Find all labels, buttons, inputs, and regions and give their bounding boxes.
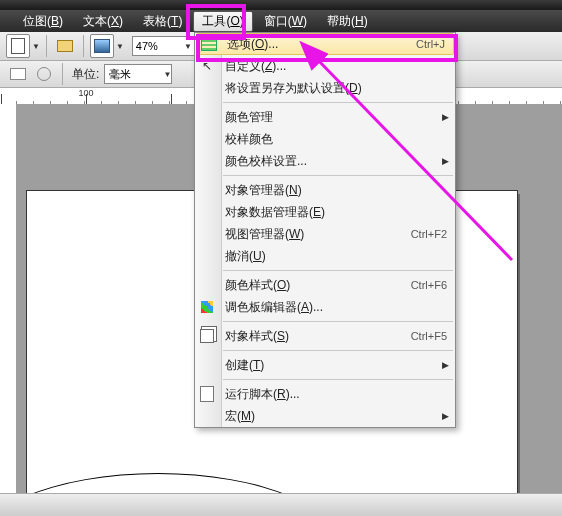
menu-item-label: 调色板编辑器(A)... (225, 299, 447, 316)
menu-item-label: 对象管理器(N) (225, 182, 447, 199)
menu-item-shortcut: Ctrl+F5 (411, 330, 447, 342)
script-icon (199, 386, 215, 402)
separator (46, 35, 47, 57)
target-icon (37, 67, 51, 81)
menu-item[interactable]: 颜色校样设置...▶ (195, 150, 455, 172)
unit-label: 单位: (72, 66, 99, 83)
menu-item-label: 运行脚本(R)... (225, 386, 447, 403)
chevron-down-icon[interactable]: ▼ (116, 42, 124, 51)
menu-item-label: 颜色校样设置... (225, 153, 447, 170)
menu-item[interactable]: ↖自定义(Z)... (195, 55, 455, 77)
submenu-arrow-icon: ▶ (442, 156, 449, 166)
menu-x[interactable]: 文本(X) (74, 11, 132, 32)
menu-item[interactable]: 创建(T)▶ (195, 354, 455, 376)
menu-b[interactable]: 位图(B) (14, 11, 72, 32)
menu-item[interactable]: 对象数据管理器(E) (195, 201, 455, 223)
menu-item-shortcut: Ctrl+F2 (411, 228, 447, 240)
separator (62, 63, 63, 85)
menu-item-shortcut: Ctrl+F6 (411, 279, 447, 291)
menu-item-label: 自定义(Z)... (225, 58, 447, 75)
open-button[interactable] (53, 34, 77, 58)
menu-item-label: 颜色样式(O) (225, 277, 411, 294)
menu-item[interactable]: 调色板编辑器(A)... (195, 296, 455, 318)
menu-item[interactable]: 对象管理器(N) (195, 179, 455, 201)
menu-separator (223, 270, 453, 271)
folder-icon (57, 40, 73, 52)
menu-separator (223, 321, 453, 322)
stack-icon (199, 328, 215, 344)
separator (83, 35, 84, 57)
submenu-arrow-icon: ▶ (442, 360, 449, 370)
menu-item[interactable]: 校样颜色 (195, 128, 455, 150)
submenu-arrow-icon: ▶ (442, 411, 449, 421)
menu-item-label: 校样颜色 (225, 131, 447, 148)
tools-menu-dropdown: 选项(O)...Ctrl+J↖自定义(Z)...将设置另存为默认设置(D)颜色管… (194, 32, 456, 428)
menu-t[interactable]: 表格(T) (134, 11, 191, 32)
menu-separator (223, 350, 453, 351)
menu-item-label: 选项(O)... (227, 36, 416, 53)
snap-icon (10, 68, 26, 80)
vertical-ruler (0, 104, 17, 494)
menu-item[interactable]: 选项(O)...Ctrl+J (196, 33, 454, 55)
image-icon (94, 39, 110, 53)
unit-value: 毫米 (109, 67, 131, 82)
new-button[interactable] (6, 34, 30, 58)
zoom-combo[interactable]: 47% ▼ (132, 36, 196, 56)
menu-item-label: 颜色管理 (225, 109, 447, 126)
target-button[interactable] (32, 62, 56, 86)
chevron-down-icon: ▼ (184, 42, 192, 51)
window-titlebar (0, 0, 562, 10)
menu-separator (223, 102, 453, 103)
menu-item[interactable]: 将设置另存为默认设置(D) (195, 77, 455, 99)
menu-item-label: 对象样式(S) (225, 328, 411, 345)
menu-item-label: 宏(M) (225, 408, 447, 425)
menu-item[interactable]: 视图管理器(W)Ctrl+F2 (195, 223, 455, 245)
submenu-arrow-icon: ▶ (442, 112, 449, 122)
menu-item-label: 视图管理器(W) (225, 226, 411, 243)
menu-item-label: 创建(T) (225, 357, 447, 374)
menu-separator (223, 175, 453, 176)
menu-separator (223, 379, 453, 380)
new-icon (11, 38, 25, 54)
palette-icon (199, 299, 215, 315)
chevron-down-icon[interactable]: ▼ (32, 42, 40, 51)
options-icon (201, 36, 217, 52)
menu-item-label: 对象数据管理器(E) (225, 204, 447, 221)
zoom-value: 47% (136, 40, 158, 52)
image-button[interactable] (90, 34, 114, 58)
menu-item[interactable]: 颜色管理▶ (195, 106, 455, 128)
horizontal-scrollbar[interactable] (0, 493, 562, 516)
menu-item-label: 将设置另存为默认设置(D) (225, 80, 447, 97)
menu-item-label: 撤消(U) (225, 248, 447, 265)
menu-h[interactable]: 帮助(H) (318, 11, 377, 32)
chevron-down-icon: ▼ (163, 70, 171, 79)
menu-item[interactable]: 宏(M)▶ (195, 405, 455, 427)
menu-item[interactable]: 撤消(U) (195, 245, 455, 267)
unit-combo[interactable]: 毫米 ▼ (104, 64, 172, 84)
menu-item[interactable]: 对象样式(S)Ctrl+F5 (195, 325, 455, 347)
menu-w[interactable]: 窗口(W) (255, 11, 316, 32)
snap-button[interactable] (6, 62, 30, 86)
menu-item-shortcut: Ctrl+J (416, 38, 445, 50)
menubar: 位图(B)文本(X)表格(T)工具(O)窗口(W)帮助(H) (0, 10, 562, 32)
menu-o[interactable]: 工具(O) (193, 11, 252, 32)
cursor-icon: ↖ (199, 58, 215, 74)
menu-item[interactable]: 颜色样式(O)Ctrl+F6 (195, 274, 455, 296)
menu-item[interactable]: 运行脚本(R)... (195, 383, 455, 405)
